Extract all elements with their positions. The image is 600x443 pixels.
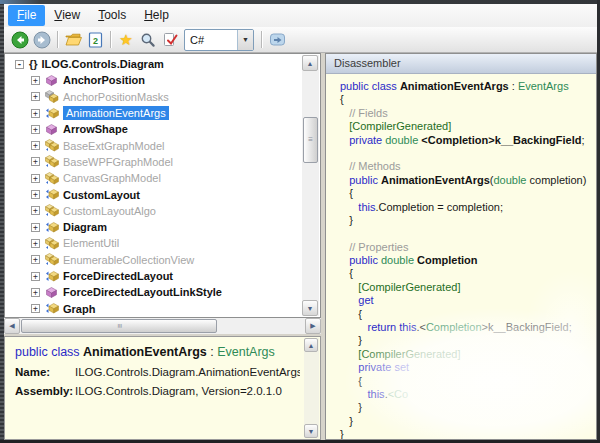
tree-item-Graph[interactable]: +Graph [5,300,302,316]
verify-button[interactable] [159,29,181,51]
code-line: } [340,214,596,227]
code-line: public AnimationEventArgs(double complet… [340,174,596,187]
tree-item-label: AnimationEventArgs [63,106,169,120]
tree-item-label: CanvasGraphModel [63,172,161,184]
code-line: } [340,415,596,428]
code-line: { [340,267,596,280]
tree-item-Diagram[interactable]: +Diagram [5,219,302,235]
scroll-down-icon[interactable]: ▼ [304,424,318,438]
scroll-right-icon[interactable]: ▶ [305,318,321,334]
assembly-list-button[interactable]: 2 [84,29,106,51]
scroll-down-icon[interactable]: ▼ [302,300,318,316]
window-client-area: FileViewToolsHelp 2 [4,4,597,440]
toolbar-separator [57,31,58,48]
expand-box-icon[interactable]: + [31,288,40,297]
tree-item-BaseWPFGraphModel[interactable]: +BaseWPFGraphModel [5,154,302,170]
assembly-row: Assembly: ILOG.Controls.Diagram, Version… [15,385,300,397]
tree-root-namespace[interactable]: -{}ILOG.Controls.Diagram [5,56,302,72]
expand-box-icon[interactable]: + [31,109,40,118]
expand-box-icon[interactable]: + [31,174,40,183]
open-assembly-button[interactable] [62,29,84,51]
disassembler-panel: Disassembler public class AnimationEvent… [325,53,597,440]
menu-item-view[interactable]: View [45,5,89,26]
code-line: } [340,428,596,439]
code-line: { [340,308,596,321]
svg-text:2: 2 [92,35,97,45]
expand-box-icon[interactable]: + [31,255,40,264]
tree-item-label: Diagram [63,221,107,233]
expand-box-icon[interactable]: + [31,92,40,101]
forward-icon [33,31,51,49]
tree-item-label: ForceDirectedLayout [63,270,173,282]
expand-box-icon[interactable]: + [31,239,40,248]
tree-horizontal-scrollbar[interactable]: ◀ ≡ ▶ [4,318,321,334]
search-icon [140,32,156,48]
tree-item-ForceDirectedLayoutLinkStyle[interactable]: +ForceDirectedLayoutLinkStyle [5,284,302,300]
code-line: this.<Co [340,388,596,401]
expand-box-icon[interactable]: + [31,304,40,313]
chevron-down-icon[interactable]: ▼ [237,30,253,50]
open-folder-icon [65,32,82,47]
expand-box-icon[interactable]: + [31,141,40,150]
enum-icon [45,123,59,136]
class2-icon [45,204,59,217]
class2-icon [45,237,59,250]
tree-hscrollbar-thumb[interactable]: ≡ [21,319,217,333]
code-line: // Methods [340,160,596,173]
expand-box-icon[interactable]: + [31,206,40,215]
tree-item-CustomLayout[interactable]: +CustomLayout [5,186,302,202]
enum-icon [45,74,59,87]
tree-item-label: CustomLayoutAlgo [63,205,156,217]
tree-item-label: Graph [63,303,95,315]
expand-box-icon[interactable]: + [31,125,40,134]
code-line: public double Completion [340,254,596,267]
code-line: [CompilerGenerated] [340,281,596,294]
language-select[interactable]: C# ▼ [184,29,254,51]
tree-vertical-scrollbar[interactable]: ▲ ≡ ▼ [302,55,319,316]
tree-item-label: EnumerableCollectionView [63,254,194,266]
scroll-up-icon[interactable]: ▲ [302,55,318,71]
tree-item-ElementUtil[interactable]: +ElementUtil [5,235,302,251]
enum-icon [45,286,59,299]
menu-item-file[interactable]: File [8,5,45,26]
forward-button[interactable] [31,29,53,51]
check-document-icon [163,32,178,47]
namespace-tree-panel: -{}ILOG.Controls.Diagram+AnchorPosition+… [4,53,321,318]
back-button[interactable] [9,29,31,51]
assembly-value: ILOG.Controls.Diagram, Version=2.0.1.0 [75,385,282,397]
code-line: { [340,93,596,106]
tree-item-EnumerableCollectionView[interactable]: +EnumerableCollectionView [5,252,302,268]
class-icon [45,221,59,234]
browser-button[interactable] [266,29,288,51]
tree-item-AnchorPosition[interactable]: +AnchorPosition [5,72,302,88]
code-line [340,227,596,240]
expand-box-icon[interactable]: + [31,76,40,85]
tree-item-BaseExtGraphModel[interactable]: +BaseExtGraphModel [5,137,302,153]
tree-item-CanvasGraphModel[interactable]: +CanvasGraphModel [5,170,302,186]
disassembled-code[interactable]: public class AnimationEventArgs : EventA… [326,73,596,439]
expand-box-icon[interactable]: + [31,190,40,199]
code-line: } [340,334,596,347]
expand-box-icon[interactable]: + [31,157,40,166]
bookmark-star-icon: ★ [119,32,132,47]
name-row: Name: ILOG.Controls.Diagram.AnimationEve… [15,366,300,378]
scroll-up-icon[interactable]: ▲ [304,338,318,352]
tree-item-label: CustomLayout [63,189,140,201]
tree-scrollbar-thumb[interactable]: ≡ [303,117,318,163]
bookmark-button[interactable]: ★ [115,29,137,51]
expand-box-icon[interactable]: + [31,223,40,232]
class-icon [45,302,59,315]
expand-box-icon[interactable]: + [31,272,40,281]
menu-item-tools[interactable]: Tools [89,5,135,26]
menu-item-help[interactable]: Help [135,5,178,26]
search-button[interactable] [137,29,159,51]
tree-item-ArrowShape[interactable]: +ArrowShape [5,121,302,137]
scroll-left-icon[interactable]: ◀ [4,318,20,334]
tree-item-CustomLayoutAlgo[interactable]: +CustomLayoutAlgo [5,203,302,219]
tree-item-AnimationEventArgs[interactable]: +AnimationEventArgs [5,105,302,121]
collapse-box-icon[interactable]: - [15,60,24,69]
details-vertical-scrollbar[interactable]: ▲ ▼ [304,338,319,438]
tree-item-AnchorPositionMasks[interactable]: +AnchorPositionMasks [5,89,302,105]
disassembler-header: Disassembler [326,54,596,74]
tree-item-ForceDirectedLayout[interactable]: +ForceDirectedLayout [5,268,302,284]
